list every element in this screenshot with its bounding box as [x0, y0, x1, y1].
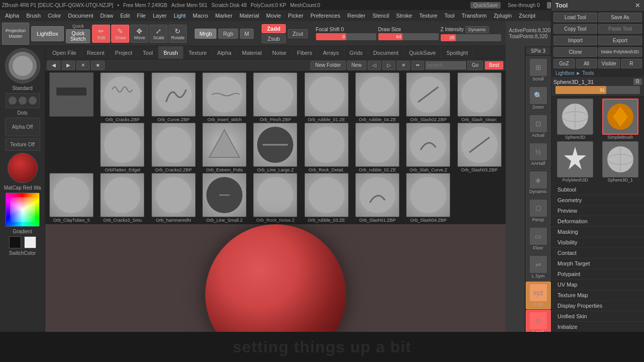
menu-transform[interactable]: Transform [458, 12, 490, 20]
menu-edit[interactable]: Edit [117, 12, 133, 20]
brush-swatch[interactable] [5, 48, 40, 83]
gxyz-btn[interactable]: xyz Gxyz [526, 282, 551, 309]
tab-tool[interactable]: Tool [138, 46, 158, 59]
tab-brush[interactable]: Brush [158, 46, 184, 59]
dynamic-btn2[interactable]: ◈ Dynamic [526, 169, 551, 197]
focal-shift-slider[interactable]: 0 [316, 33, 376, 40]
menu-item-unified-skin[interactable]: Unified Skin [551, 311, 644, 322]
menu-item-subtool[interactable]: Subtool [551, 185, 644, 195]
brush-item-0[interactable]: Orb_Cracks.ZBP [97, 72, 147, 122]
tab-document[interactable]: Document [368, 46, 404, 59]
brush-item-11[interactable]: Orb_Line_Large.Z [250, 123, 300, 172]
brush-item-7[interactable]: Orb_Slash_clean: [454, 72, 505, 122]
menu-item-masking[interactable]: Masking [551, 227, 644, 237]
brush-item-22[interactable]: Orb_Slash01.ZBP [352, 173, 403, 223]
brush-item-2[interactable]: Orb_insert_stitch [199, 72, 250, 122]
lightbox-tools-link[interactable]: Lightbox ► Tools [551, 69, 644, 77]
tab-spotlight[interactable]: Spotlight [441, 46, 473, 59]
tab-texture[interactable]: Texture [184, 46, 212, 59]
menu-tool[interactable]: Tool [441, 12, 457, 20]
menu-document[interactable]: Document [65, 12, 96, 20]
dynamic-btn[interactable]: Dynamic [465, 26, 489, 33]
menu-draw[interactable]: Draw [97, 12, 116, 20]
brush-item-15[interactable]: Orb_Slash03.ZBP [454, 123, 505, 172]
brush-item-12[interactable]: Orb_Rock_Detail. [301, 123, 352, 172]
brush-item-23[interactable]: Orb_Slash04.ZBP [403, 173, 453, 223]
brush-item-1[interactable]: Orb_Curve.ZBP [148, 72, 199, 122]
m-btn[interactable]: M [240, 29, 254, 39]
quick-sketch-btn[interactable]: Quick Sketch [66, 29, 91, 43]
fb-prev-btn[interactable]: ◀ [47, 61, 60, 70]
mrgb-btn[interactable]: Mrgb [195, 29, 216, 39]
fb-dots[interactable]: •• [412, 61, 424, 70]
texture-off-btn[interactable]: Texture Off [5, 138, 40, 151]
rgb-btn[interactable]: Rgb [218, 29, 237, 39]
dots-preview[interactable] [6, 93, 40, 108]
fb-search[interactable] [426, 61, 466, 69]
menu-material[interactable]: Material [236, 12, 262, 20]
load-tool-btn[interactable]: Load Tool [553, 13, 597, 22]
menu-item-visibility[interactable]: Visibility [551, 237, 644, 248]
menu-color[interactable]: Color [45, 12, 64, 20]
all-btn[interactable]: All [576, 59, 598, 68]
brush-item-13[interactable]: Orb_rubble_02.ZE [352, 123, 403, 172]
menu-item-deformation[interactable]: Deformation [551, 216, 644, 227]
save-as-btn[interactable]: Save As [598, 13, 642, 22]
tab-project[interactable]: Project [110, 46, 138, 59]
menu-picker[interactable]: Picker [285, 12, 306, 20]
menu-layer[interactable]: Layer [150, 12, 170, 20]
menu-marker[interactable]: Marker [212, 12, 235, 20]
fb-close-btn[interactable]: ✕ [76, 61, 90, 70]
brush-item-19[interactable]: Orb_Line_Small.Z [199, 173, 250, 223]
brush-item-9[interactable]: Orb_Cracks2.ZBP [148, 123, 199, 172]
persp-btn[interactable]: ⬡ Persp [526, 197, 551, 225]
export-btn2[interactable]: Export [598, 36, 642, 45]
fb-nav1[interactable]: ◁ [368, 61, 381, 70]
menu-item-uv-map[interactable]: UV Map [551, 280, 644, 290]
menu-render[interactable]: Render [344, 12, 368, 20]
menu-item-polypaint[interactable]: Polypaint [551, 269, 644, 280]
brush-item-4[interactable]: Orb_rubble_01.ZE [301, 72, 352, 122]
fb-new-btn[interactable]: New [347, 61, 366, 70]
menu-light[interactable]: Light [171, 12, 189, 20]
menu-stroke[interactable]: Stroke [393, 12, 415, 20]
tool-R-btn[interactable]: R [633, 78, 642, 85]
fb-next-btn[interactable]: ▶ [62, 61, 75, 70]
tab-noise[interactable]: Noise [267, 46, 292, 59]
black-swatch[interactable] [9, 236, 21, 248]
visible-r-btn[interactable]: R [621, 59, 642, 68]
scroll-btn[interactable]: ⊞ Scroll [526, 56, 551, 84]
draw-btn[interactable]: ✎ Draw [111, 25, 129, 43]
brush-item-20[interactable]: Orb_Rock_Noise.Z [250, 173, 300, 223]
copy-tool-btn[interactable]: Copy Tool [553, 24, 597, 34]
tab-material[interactable]: Material [237, 46, 267, 59]
tool-thumb-sphere3d-1[interactable]: Sphere3D [553, 99, 597, 140]
menu-file[interactable]: File [134, 12, 149, 20]
tool-slider[interactable]: 31 [555, 86, 640, 94]
zadd-btn[interactable]: Zadd [262, 24, 286, 33]
z-intensity-slider[interactable]: 25 [441, 34, 501, 41]
menu-macro[interactable]: Macro [190, 12, 211, 20]
tab-alpha[interactable]: Alpha [212, 46, 237, 59]
menu-item-geometry[interactable]: Geometry [551, 195, 644, 206]
brush-item-10[interactable]: Orb_Extrem_Polis [199, 123, 250, 172]
tab-open-file[interactable]: Open File [47, 46, 82, 59]
brush-item-5[interactable]: Orb_rubble_04.ZE [352, 72, 403, 122]
projection-master-btn[interactable]: ProjectionMaster [2, 23, 29, 45]
menu-brush[interactable]: Brush [23, 12, 44, 20]
fb-folder-btn[interactable]: New Folder [310, 61, 345, 70]
tool-panel-close-icon[interactable]: ✕ [635, 2, 640, 9]
brush-item-14[interactable]: Orb_Slah_Curve.Z [403, 123, 453, 172]
brush-item-18[interactable]: Orb_hammeredN [148, 173, 199, 223]
rotate-btn[interactable]: ↻ Rotate [169, 25, 187, 43]
tab-quicksave[interactable]: QuickSave [404, 46, 441, 59]
menu-item-texture-map[interactable]: Texture Map [551, 290, 644, 301]
actual-btn[interactable]: ⊡ Actual [526, 113, 551, 140]
tab-recent[interactable]: Recent [82, 46, 110, 59]
fb-nav2[interactable]: ▷ [382, 61, 395, 70]
fb-best-btn[interactable]: Best [485, 61, 504, 70]
edit-btn[interactable]: ✏ Edit [92, 25, 110, 43]
seethru-btn[interactable]: See-through 0 [505, 2, 542, 9]
matcap-swatch[interactable] [8, 153, 38, 183]
brush-item-6[interactable]: Orb_Slash02.ZBP [403, 72, 453, 122]
